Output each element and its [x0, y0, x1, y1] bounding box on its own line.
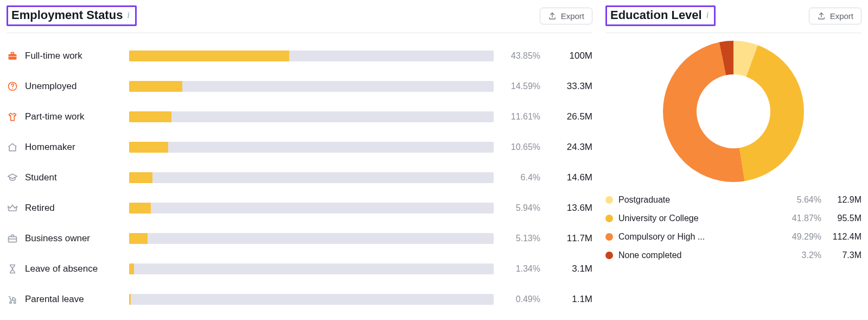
legend-percent: 5.64% [786, 195, 821, 205]
legend-count: 95.5M [827, 214, 861, 223]
employment-bar-track [129, 142, 494, 153]
employment-row-percent: 5.94% [502, 203, 540, 213]
upload-icon [817, 11, 826, 20]
svg-rect-1 [11, 52, 14, 54]
svg-rect-2 [9, 56, 17, 57]
employment-bar-fill [129, 51, 289, 61]
employment-row-label: Retired [25, 203, 55, 214]
employment-bar-fill [129, 294, 131, 305]
info-icon[interactable]: i [705, 10, 709, 20]
legend-count: 112.4M [827, 232, 861, 242]
education-level-panel: Education Level i Export Postgraduate5.6… [605, 0, 861, 315]
employment-row-label-wrap: Homemaker [7, 141, 120, 153]
legend-count: 12.9M [827, 195, 861, 205]
education-donut-chart [663, 41, 804, 182]
education-header: Education Level i Export [605, 0, 861, 33]
education-legend-row: Postgraduate5.64%12.9M [605, 191, 861, 209]
employment-bar-fill [129, 172, 152, 183]
education-title: Education Level [610, 8, 702, 22]
employment-row: Unemployed14.59%33.3M [7, 71, 592, 102]
employment-bar-fill [129, 203, 151, 214]
briefcase-icon [7, 233, 18, 244]
employment-row-label-wrap: Parental leave [7, 293, 120, 305]
employment-row-count: 1.1M [549, 294, 592, 305]
export-label: Export [561, 11, 584, 21]
employment-header: Employment Status i Export [7, 0, 592, 33]
export-button[interactable]: Export [540, 8, 592, 24]
employment-bar-fill [129, 81, 182, 92]
legend-percent: 41.87% [786, 214, 821, 223]
employment-row-label-wrap: Leave of absence [7, 263, 120, 275]
education-legend-row: University or College41.87%95.5M [605, 209, 861, 228]
employment-row-label-wrap: Student [7, 172, 120, 184]
employment-row-percent: 6.4% [502, 173, 540, 183]
employment-row-label: Full-time work [25, 51, 82, 61]
employment-row-label: Unemployed [25, 81, 76, 92]
employment-row-percent: 1.34% [502, 264, 540, 274]
stroller-icon [7, 293, 18, 305]
employment-title: Employment Status [11, 8, 123, 22]
employment-bar-fill [129, 263, 134, 274]
legend-swatch [605, 196, 613, 204]
employment-row: Student6.4%14.6M [7, 162, 592, 193]
employment-row: Leave of absence1.34%3.1M [7, 254, 592, 284]
employment-bar-track [129, 263, 494, 274]
employment-row-count: 24.3M [549, 142, 592, 153]
legend-label: None completed [618, 250, 780, 260]
employment-row-count: 26.5M [549, 111, 592, 122]
export-label: Export [830, 11, 853, 21]
employment-row-label: Part-time work [25, 111, 85, 122]
legend-swatch [605, 233, 613, 241]
employment-row: Homemaker10.65%24.3M [7, 132, 592, 162]
employment-bar-track [129, 111, 494, 122]
upload-icon [548, 11, 557, 20]
graduation-cap-icon [7, 172, 18, 184]
svg-point-7 [14, 302, 16, 303]
employment-bar-track [129, 172, 494, 183]
employment-row: Business owner5.13%11.7M [7, 223, 592, 254]
employment-row-count: 14.6M [549, 172, 592, 183]
svg-point-4 [12, 88, 13, 89]
employment-row-percent: 11.61% [502, 112, 540, 122]
info-icon[interactable]: i [126, 10, 129, 20]
briefcase-full-icon [7, 50, 18, 62]
employment-title-highlight: Employment Status i [7, 5, 137, 26]
hourglass-icon [7, 263, 18, 275]
education-legend-row: Compulsory or High ...49.29%112.4M [605, 228, 861, 246]
employment-row-count: 100M [549, 51, 592, 61]
employment-row-percent: 5.13% [502, 234, 540, 243]
question-circle-icon [7, 80, 18, 92]
svg-point-6 [10, 302, 11, 303]
employment-bar-track [129, 51, 494, 61]
legend-label: University or College [618, 214, 780, 223]
legend-percent: 49.29% [786, 232, 821, 242]
employment-row-count: 3.1M [549, 263, 592, 274]
employment-row: Full-time work43.85%100M [7, 41, 592, 71]
employment-row-percent: 0.49% [502, 294, 540, 304]
employment-row-label-wrap: Part-time work [7, 111, 120, 123]
employment-row-label: Parental leave [25, 294, 84, 305]
legend-label: Postgraduate [618, 195, 780, 205]
legend-swatch [605, 252, 613, 259]
export-button[interactable]: Export [809, 8, 861, 24]
employment-bar-fill [129, 111, 171, 122]
employment-bar-list: Full-time work43.85%100MUnemployed14.59%… [7, 33, 592, 315]
employment-bar-track [129, 81, 494, 92]
employment-bar-track [129, 233, 494, 244]
employment-row: Part-time work11.61%26.5M [7, 102, 592, 132]
legend-swatch [605, 215, 613, 222]
employment-row-percent: 43.85% [502, 51, 540, 61]
employment-row-label-wrap: Business owner [7, 233, 120, 244]
employment-row-percent: 10.65% [502, 142, 540, 152]
legend-label: Compulsory or High ... [618, 232, 780, 242]
home-icon [7, 141, 18, 153]
employment-row-count: 33.3M [549, 81, 592, 92]
legend-count: 7.3M [827, 250, 861, 260]
education-legend-row: None completed3.2%7.3M [605, 246, 861, 265]
employment-bar-fill [129, 142, 168, 153]
employment-row-label: Business owner [25, 233, 90, 244]
employment-bar-fill [129, 233, 148, 244]
employment-bar-track [129, 294, 494, 305]
employment-row-label-wrap: Retired [7, 202, 120, 214]
education-donut-wrap [605, 33, 861, 187]
